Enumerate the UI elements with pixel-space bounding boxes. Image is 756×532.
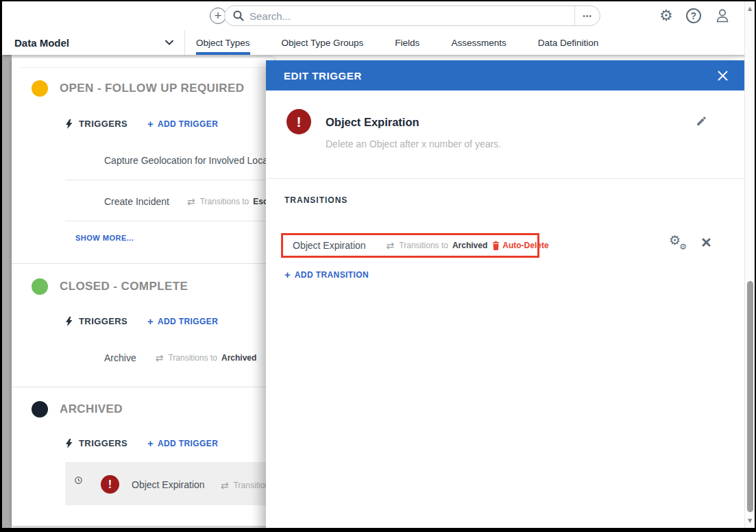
- search-icon: [233, 10, 244, 21]
- trigger-row[interactable]: Archive ⇄ Transitions to Archived: [104, 352, 256, 363]
- scrollbar-thumb[interactable]: [747, 281, 753, 512]
- divider: [65, 221, 274, 221]
- transition-arrows-icon: ⇄: [187, 196, 195, 207]
- trash-icon: [492, 241, 500, 250]
- highlighted-transition-row[interactable]: Object Expiration ⇄ Transitions to Archi…: [281, 233, 539, 258]
- plus-icon: +: [284, 269, 291, 280]
- divider: [21, 67, 274, 68]
- scroll-up-arrow[interactable]: ▲: [745, 5, 755, 12]
- state-open-header: OPEN - FOLLOW UP REQUIRED: [32, 80, 244, 97]
- lightning-bolt-icon: [66, 317, 73, 326]
- lightning-bolt-icon: [66, 119, 73, 129]
- section-divider: [12, 387, 274, 387]
- triggers-label: TRIGGERS: [79, 438, 127, 448]
- transition-arrows-icon: ⇄: [156, 352, 164, 363]
- state-name: OPEN - FOLLOW UP REQUIRED: [60, 82, 244, 95]
- transitions-label: TRANSITIONS: [284, 195, 347, 205]
- transition-arrows-icon: ⇄: [221, 480, 229, 491]
- edit-trigger-panel: EDIT TRIGGER ! Object Expiration Delete …: [266, 60, 744, 528]
- tab-object-types[interactable]: Object Types: [196, 30, 250, 55]
- person-icon[interactable]: [714, 8, 731, 24]
- search-options-button[interactable]: •••: [574, 6, 600, 25]
- search-input[interactable]: [244, 10, 574, 22]
- add-trigger-button[interactable]: + ADD TRIGGER: [147, 118, 218, 130]
- close-icon[interactable]: [718, 71, 728, 81]
- trigger-description: Delete an Object after x number of years…: [326, 138, 501, 149]
- plus-icon: +: [147, 315, 154, 327]
- topbar-actions: ⚙ ?: [659, 1, 731, 30]
- nav-row: Data Model Object Types Object Type Grou…: [2, 30, 755, 55]
- state-archived-header: ARCHIVED: [32, 401, 123, 418]
- vertical-scrollbar[interactable]: ▲ ▼: [744, 1, 755, 528]
- state-name: CLOSED - COMPLETE: [60, 280, 188, 293]
- state-color-dot: [32, 278, 48, 295]
- triggers-label: TRIGGERS: [79, 316, 127, 326]
- scroll-down-arrow[interactable]: ▼: [745, 518, 755, 524]
- workflow-card: OPEN - FOLLOW UP REQUIRED TRIGGERS + ADD…: [12, 58, 274, 526]
- section-divider: [12, 263, 274, 264]
- help-icon[interactable]: ?: [686, 8, 701, 23]
- trigger-row[interactable]: Capture Geolocation for Involved Loca: [104, 155, 268, 166]
- divider: [65, 180, 274, 180]
- add-trigger-button[interactable]: + ADD TRIGGER: [147, 315, 218, 327]
- divider: [266, 178, 744, 179]
- app-selector-dropdown[interactable]: Data Model: [2, 30, 185, 55]
- search-bar[interactable]: •••: [224, 5, 600, 26]
- chevron-down-icon: [165, 40, 173, 45]
- lightning-bolt-icon: [66, 439, 73, 448]
- add-transition-button[interactable]: + ADD TRANSITION: [284, 269, 369, 280]
- triggers-bar: TRIGGERS + ADD TRIGGER: [66, 437, 218, 449]
- configure-gears-icon[interactable]: ⚙ ⚙: [669, 234, 687, 250]
- tab-object-type-groups[interactable]: Object Type Groups: [282, 30, 364, 55]
- trigger-row[interactable]: Create Incident ⇄ Transitions to Esca: [104, 196, 272, 207]
- panel-title: EDIT TRIGGER: [284, 70, 362, 82]
- auto-delete-badge: Auto-Delete: [502, 241, 548, 250]
- selected-trigger-row[interactable]: ! Object Expiration ⇄ Transition: [65, 462, 274, 505]
- remove-transition-icon[interactable]: [702, 238, 711, 247]
- state-closed-header: CLOSED - COMPLETE: [32, 278, 188, 295]
- app-window: + ••• ⚙ ? Data Model Object Types: [2, 1, 755, 528]
- tab-bar: Object Types Object Type Groups Fields A…: [185, 30, 598, 55]
- panel-header: EDIT TRIGGER: [266, 60, 744, 90]
- clock-icon: [75, 476, 82, 484]
- triggers-bar: TRIGGERS + ADD TRIGGER: [66, 315, 218, 327]
- state-color-dot: [32, 80, 48, 97]
- alert-circle-icon: !: [286, 109, 311, 134]
- triggers-label: TRIGGERS: [79, 119, 127, 129]
- gear-icon[interactable]: ⚙: [659, 8, 673, 23]
- triggers-bar: TRIGGERS + ADD TRIGGER: [66, 118, 218, 130]
- plus-icon: +: [147, 437, 154, 449]
- content-area: OPEN - FOLLOW UP REQUIRED TRIGGERS + ADD…: [2, 55, 755, 528]
- active-tab-underline: [196, 52, 250, 55]
- tab-assessments[interactable]: Assessments: [451, 30, 506, 55]
- tab-fields[interactable]: Fields: [395, 30, 419, 55]
- alert-circle-icon: !: [101, 475, 119, 494]
- trigger-name: Object Expiration: [326, 116, 419, 129]
- state-color-dot: [32, 401, 48, 418]
- transition-row-actions: ⚙ ⚙: [669, 234, 711, 250]
- state-name: ARCHIVED: [60, 402, 123, 416]
- add-trigger-button[interactable]: + ADD TRIGGER: [147, 437, 218, 449]
- edit-pencil-icon[interactable]: [696, 115, 707, 127]
- tab-data-definition[interactable]: Data Definition: [538, 30, 599, 55]
- transition-arrows-icon: ⇄: [387, 240, 395, 251]
- topbar: + ••• ⚙ ?: [2, 1, 755, 30]
- left-gutter: [2, 55, 12, 528]
- plus-icon: +: [147, 118, 154, 130]
- app-selector-label: Data Model: [14, 37, 69, 49]
- show-more-link[interactable]: SHOW MORE...: [75, 234, 134, 242]
